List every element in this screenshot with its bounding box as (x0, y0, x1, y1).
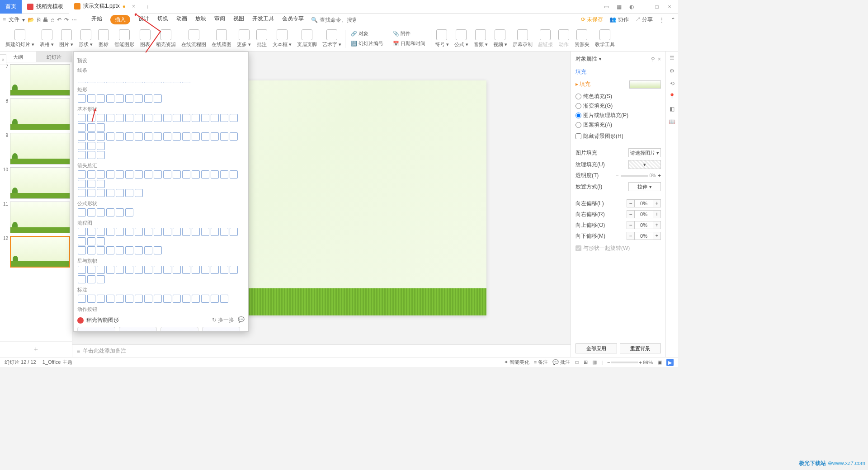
collapse-thumbnails-icon[interactable]: « (0, 54, 6, 65)
shape-item[interactable] (87, 75, 95, 83)
rail-history-icon[interactable]: ⟲ (670, 80, 675, 87)
file-menu[interactable]: 文件 (9, 16, 19, 24)
fill-radio[interactable]: 图案填充(A) (576, 121, 661, 129)
rail-pin-icon[interactable]: 📍 (669, 93, 675, 99)
shape-item[interactable] (135, 170, 143, 179)
shape-item[interactable] (97, 142, 105, 150)
zoom-value[interactable]: 99% (643, 360, 653, 365)
shape-item[interactable] (78, 237, 86, 245)
panel-pin-icon[interactable]: ⚲ (651, 56, 655, 62)
ribbon-符号[interactable]: 符号 ▾ (432, 29, 452, 48)
save-icon[interactable]: ⎘ (37, 17, 40, 23)
shape-item[interactable] (87, 170, 95, 179)
slide-thumbnail[interactable]: 7 (2, 64, 70, 96)
shape-item[interactable] (192, 114, 200, 122)
refresh-button[interactable]: ↻ 换一换 (212, 316, 234, 324)
shape-item[interactable] (78, 208, 86, 216)
window-skin-icon[interactable]: ◐ (627, 4, 636, 10)
print-preview-icon[interactable]: ⎌ (51, 17, 54, 23)
shape-item[interactable] (125, 208, 133, 216)
rotate-with-shape-checkbox[interactable]: 与形状一起旋转(W) (576, 244, 661, 252)
tab-developer[interactable]: 开发工具 (252, 15, 274, 24)
redo-icon[interactable]: ↷ (64, 17, 69, 23)
shape-item[interactable] (116, 75, 124, 83)
menu-more-icon[interactable]: ⋮ (659, 17, 665, 23)
shape-item[interactable] (97, 151, 105, 159)
fill-swatch[interactable] (629, 80, 661, 89)
shape-item[interactable] (230, 132, 238, 141)
shape-item[interactable] (144, 94, 152, 103)
tab-view[interactable]: 视图 (233, 15, 244, 24)
shape-item[interactable] (163, 170, 171, 179)
shape-item[interactable] (182, 132, 190, 141)
panel-close-icon[interactable]: × (658, 56, 661, 62)
shape-item[interactable] (144, 228, 152, 236)
hamburger-icon[interactable]: ≡ (3, 17, 6, 23)
ribbon-教学工具[interactable]: 教学工具 (592, 29, 618, 48)
ribbon-视频[interactable]: 视频 ▾ (491, 29, 510, 48)
fill-radio[interactable]: 纯色填充(S) (576, 93, 661, 100)
shape-item[interactable] (230, 228, 238, 236)
shape-item[interactable] (192, 266, 200, 274)
ribbon-🔢 幻灯片编号[interactable]: 🔢 幻灯片编号 (348, 39, 386, 48)
ribbon-更多[interactable]: 更多 ▾ (234, 29, 254, 48)
hide-bg-checkbox[interactable]: 隐藏背景图形(H) (576, 132, 661, 140)
shape-item[interactable] (220, 132, 228, 141)
slide-thumbnail[interactable]: 12 (2, 236, 70, 268)
status-comments-button[interactable]: 💬 批注 (552, 359, 570, 366)
zoom-in-button[interactable]: + (639, 360, 642, 365)
search-input[interactable] (320, 17, 356, 23)
shape-item[interactable] (97, 114, 105, 122)
shape-item[interactable] (230, 170, 238, 179)
window-grid-icon[interactable]: ▦ (615, 4, 623, 10)
zoom-out-button[interactable]: − (607, 360, 610, 365)
shape-item[interactable] (106, 189, 114, 197)
shape-item[interactable] (78, 75, 86, 83)
start-slideshow-button[interactable]: ▶ (666, 359, 674, 366)
shape-item[interactable] (78, 132, 86, 141)
shape-item[interactable] (87, 237, 95, 245)
shape-item[interactable] (97, 170, 105, 179)
fill-section-link[interactable]: 填充 (576, 68, 661, 76)
shape-item[interactable] (163, 295, 171, 303)
offset-stepper[interactable]: −0%+ (627, 210, 661, 218)
shape-item[interactable] (106, 208, 114, 216)
shape-item[interactable] (192, 295, 200, 303)
shape-item[interactable] (154, 295, 162, 303)
window-close-icon[interactable]: × (665, 4, 674, 10)
shape-item[interactable] (106, 114, 114, 122)
shape-item[interactable] (97, 237, 105, 245)
shape-item[interactable] (78, 275, 86, 283)
shape-item[interactable] (135, 94, 143, 103)
quick-more-icon[interactable]: ⋯ (71, 17, 77, 23)
view-reading-icon[interactable]: ▥ (592, 359, 597, 365)
smart-graphic-tpl[interactable] (202, 327, 240, 332)
shape-item[interactable] (97, 180, 105, 188)
rail-menu-icon[interactable]: ☰ (670, 55, 675, 61)
shape-item[interactable] (163, 132, 171, 141)
offset-stepper[interactable]: −0%+ (627, 199, 661, 207)
fill-radio[interactable]: 图片或纹理填充(P) (576, 112, 661, 119)
shape-item[interactable] (106, 266, 114, 274)
status-notes-button[interactable]: ≡ 备注 (534, 359, 548, 366)
shape-item[interactable] (78, 170, 86, 179)
shape-item[interactable] (154, 132, 162, 141)
shape-item[interactable] (163, 75, 171, 83)
ribbon-公式[interactable]: 公式 ▾ (452, 29, 471, 48)
shape-item[interactable] (125, 246, 133, 254)
shape-item[interactable] (106, 75, 114, 83)
shape-item[interactable] (163, 266, 171, 274)
shape-item[interactable] (97, 123, 105, 132)
shape-item[interactable] (78, 180, 86, 188)
shape-item[interactable] (230, 266, 238, 274)
shape-item[interactable] (116, 266, 124, 274)
ribbon-📅 日期和时间[interactable]: 📅 日期和时间 (390, 39, 428, 48)
shape-item[interactable] (144, 170, 152, 179)
tab-start[interactable]: 开始 (91, 15, 102, 24)
shape-item[interactable] (192, 170, 200, 179)
offset-stepper[interactable]: −0%+ (627, 232, 661, 240)
shape-item[interactable] (154, 170, 162, 179)
shape-item[interactable] (116, 228, 124, 236)
shape-item[interactable] (182, 295, 190, 303)
shape-item[interactable] (182, 228, 190, 236)
